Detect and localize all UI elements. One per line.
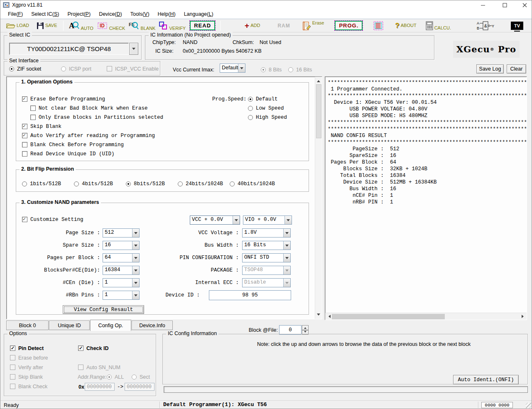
op-option-row[interactable]: Erase Before Programming <box>22 96 105 102</box>
menu-item-device[interactable]: Device(D) <box>95 10 126 18</box>
spare-size-select[interactable]: 16 <box>103 241 140 250</box>
op-option-row[interactable]: Read Device Unique ID (UID) <box>22 151 115 157</box>
page-size-select[interactable]: 512 <box>103 228 140 238</box>
bit-flip-radio[interactable]: 4bits/512B <box>74 181 113 187</box>
tv-button[interactable]: TV <box>511 22 523 30</box>
maximize-button[interactable] <box>498 0 511 10</box>
blank-button[interactable]: FE BLANK <box>128 21 155 31</box>
minimize-button[interactable] <box>476 0 490 10</box>
tab-config-op[interactable]: Config Op. <box>90 320 131 331</box>
scroll-left-icon[interactable] <box>325 313 332 320</box>
op-option-row[interactable]: Blank Check Before Programming <box>22 142 124 148</box>
bit-flip-radio[interactable]: 40bits/1024B <box>230 181 275 187</box>
op-option-row[interactable]: Not clear Bad Block Mark when Erase <box>30 105 148 111</box>
log-horizontal-scrollbar[interactable] <box>325 313 527 320</box>
spin-up-button[interactable] <box>302 325 309 330</box>
check-id-checkbox[interactable]: Check ID <box>78 345 109 351</box>
pin-configuration-select[interactable]: ONFI STD <box>242 253 291 262</box>
erase-button[interactable]: Erase <box>303 21 324 31</box>
rbn-pins-select[interactable]: 1 <box>103 291 140 300</box>
op-option-row[interactable]: Skip Blank <box>22 123 61 130</box>
chip-icon <box>373 20 384 31</box>
about-label: ABOUT <box>401 23 417 28</box>
op-option-row[interactable]: Auto Verify after reading or Programming <box>22 132 155 139</box>
ram-button[interactable]: RAM <box>277 23 290 29</box>
read-button[interactable]: READ <box>190 21 215 30</box>
pin-detect-checkbox[interactable]: Pin Detect <box>10 345 44 351</box>
logic-gate-button[interactable]: A B & Y <box>477 20 494 31</box>
auto-label: AUTO <box>81 26 93 31</box>
vcc-voltage-select[interactable]: 1.8V <box>242 228 291 238</box>
speed-default-radio[interactable]: Default <box>248 96 278 102</box>
resize-grip[interactable] <box>526 403 531 408</box>
blank-check-checkbox: Blank Check <box>10 383 47 389</box>
check-button[interactable]: ID CHECK <box>98 21 125 31</box>
ic-size-label: IC Size: <box>155 48 174 54</box>
nand-field-label: Internal ECC : <box>153 280 239 286</box>
menu-item-select-ic[interactable]: Select IC(S) <box>27 10 63 18</box>
menu-item-tools[interactable]: Tools(V) <box>126 10 154 18</box>
settings-scrollbar[interactable] <box>315 77 322 319</box>
select-ic-dropdown-button[interactable] <box>129 43 138 55</box>
internal-ecc-value: Disable <box>243 279 283 287</box>
vcc-offset-select[interactable]: VCC + 0.0V <box>190 216 240 225</box>
calcu-button[interactable]: CALCU. <box>426 21 451 30</box>
tab-device-info[interactable]: Device.Info <box>132 321 173 330</box>
menu-item-file[interactable]: File(F) <box>4 10 27 18</box>
chip-button[interactable] <box>373 20 384 31</box>
vcc-imax-select[interactable]: Default <box>220 64 245 73</box>
nand-field-label: Bus Width : <box>153 242 239 248</box>
about-button[interactable]: ? ABOUT <box>395 22 416 29</box>
erase-notepad-icon <box>303 21 311 31</box>
checkbox-icon <box>30 105 36 111</box>
scroll-right-icon[interactable] <box>520 313 527 320</box>
speed-high-radio[interactable]: High Speed <box>248 114 287 120</box>
view-config-result-button[interactable]: View Config Resault <box>63 305 144 314</box>
ram-icon: RAM <box>277 23 290 29</box>
menu-item-project[interactable]: Project(P) <box>64 10 95 18</box>
scroll-up-icon[interactable] <box>315 77 322 84</box>
tab-unique-id[interactable]: Unique ID <box>49 321 90 330</box>
floppy-icon <box>37 22 44 29</box>
minimize-icon <box>481 3 485 7</box>
bus-width-select[interactable]: 16 Bits <box>242 241 291 250</box>
op-option-row[interactable]: Only Erase blocks in Partitions selected <box>30 114 163 120</box>
add-button[interactable]: + ADD <box>245 22 260 29</box>
vio-offset-value: VIO + 0.0V <box>243 216 284 224</box>
maximize-icon <box>503 3 507 7</box>
cen-die-select[interactable]: 1 <box>103 278 140 287</box>
load-button[interactable]: LOAD <box>6 22 29 29</box>
auto-button[interactable]: A AUTO <box>69 21 93 31</box>
prog-button[interactable]: PROG. <box>335 21 363 30</box>
selected-ic-value[interactable]: TY00D0021211KC@ TSOP48 <box>9 43 129 55</box>
vio-offset-select[interactable]: VIO + 0.0V <box>243 216 292 225</box>
bit-flip-radio[interactable]: 1bits/512B <box>22 181 61 187</box>
tab-block0[interactable]: Block 0 <box>6 321 49 330</box>
close-button[interactable] <box>518 0 531 10</box>
skip-blank-label: Skip Blank <box>18 374 43 380</box>
speed-low-radio[interactable]: Low Speed <box>248 105 284 111</box>
verify-label: VERIFY <box>169 26 186 31</box>
block-at-file-field[interactable]: 0 <box>279 325 302 335</box>
pages-per-block-select[interactable]: 64 <box>103 253 140 262</box>
radio-icon <box>248 97 253 102</box>
scroll-down-icon[interactable] <box>315 312 322 319</box>
scrollbar-thumb[interactable] <box>332 314 445 319</box>
blocks-per-ce-select[interactable]: 16384 <box>103 266 140 275</box>
save-log-button[interactable]: Save Log <box>476 64 504 73</box>
bit-flip-radio[interactable]: 24bits/1024B <box>178 181 223 187</box>
customize-setting-checkbox[interactable]: Customize Setting <box>22 216 83 223</box>
svg-text:A: A <box>477 21 479 25</box>
device-id-field[interactable]: 98 95 <box>209 290 291 300</box>
menu-item-language[interactable]: Language(L) <box>180 10 218 18</box>
auto-identify-onfi-button[interactable]: Auto Identi.(ONFI) <box>453 375 519 385</box>
bit-flip-radio[interactable]: 8bits/512B <box>126 181 165 187</box>
save-button[interactable]: SAVE <box>37 22 57 29</box>
scrollbar-thumb[interactable] <box>316 84 321 138</box>
menu-item-help[interactable]: Help(H) <box>154 10 180 18</box>
verify-button[interactable]: VERIFY <box>159 21 186 31</box>
radio-icon <box>22 181 27 186</box>
zif-socket-radio[interactable]: ZIF socket <box>9 66 41 72</box>
clear-button[interactable]: Clear <box>507 64 526 73</box>
icsp-port-label: ICSP port <box>69 66 91 72</box>
